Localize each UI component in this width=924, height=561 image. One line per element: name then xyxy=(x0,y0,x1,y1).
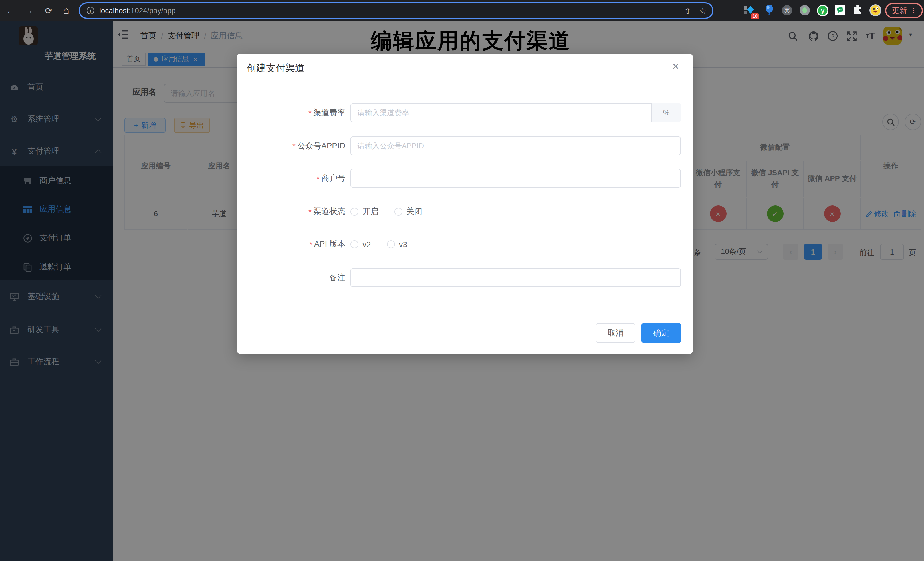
radio-v2[interactable] xyxy=(350,240,358,248)
radio-label-v2[interactable]: v2 xyxy=(362,240,371,249)
radio-label-v3[interactable]: v3 xyxy=(399,240,408,249)
appid-input[interactable] xyxy=(350,136,681,155)
appid-field[interactable] xyxy=(350,136,681,155)
rate-suffix: % xyxy=(651,103,681,122)
extension-command-icon[interactable]: ⌘ xyxy=(780,3,794,17)
extension-greendot-icon[interactable] xyxy=(798,3,812,17)
field-label-rate: *渠道费率 xyxy=(237,103,345,122)
svg-text:⌘: ⌘ xyxy=(784,7,790,14)
site-info-icon[interactable]: i xyxy=(87,7,94,14)
mchid-field[interactable] xyxy=(350,169,681,188)
screen: ← → ⟳ ⌂ i localhost:1024/pay/app ⇧ ☆ 10 … xyxy=(0,0,924,561)
share-icon[interactable]: ⇧ xyxy=(684,6,691,15)
mchid-input[interactable] xyxy=(350,169,681,188)
browser-back-icon[interactable]: ← xyxy=(2,0,20,21)
dialog-title: 创建支付渠道 xyxy=(246,62,305,75)
extension-chat-icon[interactable] xyxy=(833,3,847,17)
browser-home-icon[interactable]: ⌂ xyxy=(58,0,75,21)
browser-chrome: ← → ⟳ ⌂ i localhost:1024/pay/app ⇧ ☆ 10 … xyxy=(0,0,924,21)
remark-input[interactable] xyxy=(350,268,681,287)
browser-forward-icon[interactable]: → xyxy=(20,0,37,21)
field-label-remark: 备注 xyxy=(237,268,345,287)
address-bar[interactable]: i localhost:1024/pay/app ⇧ ☆ xyxy=(79,2,713,19)
rate-input[interactable] xyxy=(350,103,681,122)
radio-label-off[interactable]: 关闭 xyxy=(406,207,422,217)
bookmark-star-icon[interactable]: ☆ xyxy=(699,5,706,16)
apiver-radio-group: v2 v3 xyxy=(350,236,423,252)
radio-status-off[interactable] xyxy=(394,208,402,216)
status-radio-group: 开启 关闭 xyxy=(350,204,438,220)
field-label-apiver: *API 版本 xyxy=(237,236,345,252)
radio-v3[interactable] xyxy=(387,240,395,248)
cancel-button[interactable]: 取消 xyxy=(596,323,635,343)
dialog-close-icon[interactable]: ✕ xyxy=(669,59,682,73)
extension-badge: 10 xyxy=(751,13,759,20)
remark-field[interactable] xyxy=(350,268,681,287)
field-label-appid: *公众号APPID xyxy=(237,136,345,155)
extension-emoji-avatar[interactable] xyxy=(868,3,882,17)
radio-status-on[interactable] xyxy=(350,208,358,216)
radio-label-on[interactable]: 开启 xyxy=(362,207,378,217)
create-channel-dialog: 创建支付渠道 ✕ *渠道费率 % *公众号APPID *商户号 *渠道状态 xyxy=(237,54,693,354)
extension-y-icon[interactable]: y xyxy=(816,3,829,17)
svg-text:y: y xyxy=(821,7,824,14)
annotation-text: 编辑应用的支付渠道 xyxy=(348,27,594,56)
confirm-button[interactable]: 确定 xyxy=(642,323,681,343)
url-path: :1024/pay/app xyxy=(129,6,176,15)
browser-update-button[interactable]: 更新 ⋮ xyxy=(885,3,923,18)
browser-reload-icon[interactable]: ⟳ xyxy=(40,0,57,21)
field-label-mchid: *商户号 xyxy=(237,169,345,188)
extension-diamond-icon[interactable]: 10 xyxy=(742,3,756,17)
update-label: 更新 xyxy=(892,5,907,16)
rate-field[interactable]: % xyxy=(350,103,681,122)
browser-menu-icon[interactable]: ⋮ xyxy=(910,6,917,15)
extension-puzzle-icon[interactable] xyxy=(851,3,865,17)
field-label-status: *渠道状态 xyxy=(237,204,345,220)
url-host: localhost xyxy=(99,6,129,15)
extension-balloon-icon[interactable] xyxy=(762,3,776,17)
